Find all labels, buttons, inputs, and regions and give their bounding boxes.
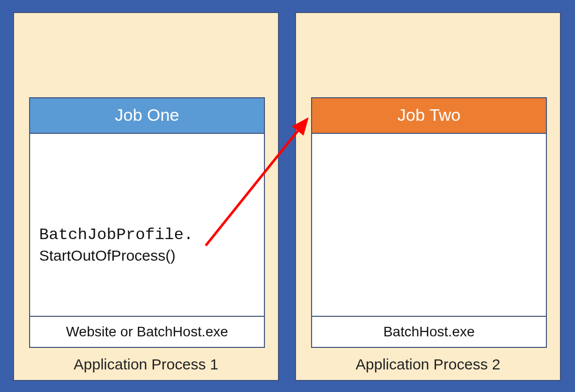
job-one-box: Job One BatchJobProfile. StartOutOfProce… [29,97,265,348]
job-two-footer: BatchHost.exe [312,316,546,347]
job-two-header: Job Two [312,98,546,134]
job-one-footer: Website or BatchHost.exe [30,316,264,347]
job-one-code-line2: StartOutOfProcess() [39,247,176,264]
job-one-body: BatchJobProfile. StartOutOfProcess() [30,134,264,275]
process-2-panel: Application Process 2 Job Two BatchHost.… [295,12,561,381]
job-two-box: Job Two BatchHost.exe [311,97,547,348]
process-1-label: Application Process 1 [14,356,278,373]
job-two-body [312,134,546,154]
process-1-panel: Application Process 1 Job One BatchJobPr… [13,12,279,381]
job-one-header: Job One [30,98,264,134]
job-one-code-line1: BatchJobProfile. [39,226,193,244]
process-2-label: Application Process 2 [296,356,560,373]
